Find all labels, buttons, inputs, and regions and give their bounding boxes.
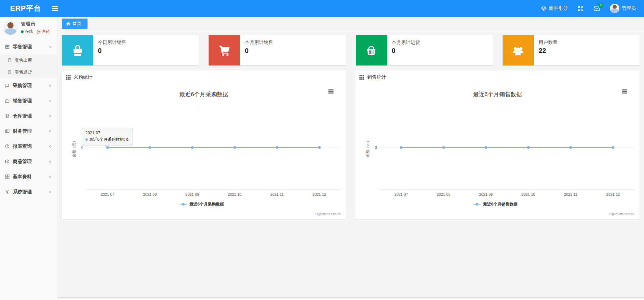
map-icon <box>5 129 10 134</box>
logout-label: 注销 <box>42 29 50 34</box>
sidebar-toggle-button[interactable] <box>50 3 60 13</box>
sidebar-item-reports[interactable]: 报表查询 <box>0 139 57 154</box>
svg-text:Highcharts.com.cn: Highcharts.com.cn <box>316 212 341 216</box>
svg-text:2021-10: 2021-10 <box>228 192 241 196</box>
sidebar-menu: 零售管理 零售出库 零售退货 <box>0 39 57 199</box>
purchase-chart[interactable]: 最近6个月采购数据金额（元）02021-072021-082021-092021… <box>62 83 346 219</box>
stat-cards-row: 今日累计销售 0 本月累计销售 0 <box>62 35 640 65</box>
shopping-bag-icon <box>62 35 93 65</box>
sidebar-item-sales[interactable]: 销售管理 <box>0 93 57 108</box>
sidebar-item-label: 基本资料 <box>13 174 32 180</box>
svg-text:2021-12: 2021-12 <box>313 192 326 196</box>
svg-text:金额（元）: 金额（元） <box>366 139 370 158</box>
th-grid-icon <box>359 75 364 80</box>
sidebar-item-system[interactable]: 系统管理 <box>0 184 57 199</box>
svg-text:2021-08: 2021-08 <box>437 192 450 196</box>
sidebar-item-label: 报表查询 <box>13 143 32 149</box>
fullscreen-button[interactable] <box>578 6 584 11</box>
chat-icon <box>5 83 10 88</box>
purchase-stats-panel: 采购统计 最近6个月采购数据金额（元）02021-072021-082021-0… <box>62 71 346 219</box>
message-count-badge: 0 <box>598 3 603 8</box>
layers-icon <box>5 113 10 118</box>
sidebar-item-basic-data[interactable]: 基本资料 <box>0 169 57 184</box>
svg-text:2021-09: 2021-09 <box>479 192 493 196</box>
file-icon <box>7 70 12 74</box>
sidebar-item-goods[interactable]: 商品管理 <box>0 154 57 169</box>
chevron-down-icon <box>48 45 52 49</box>
sidebar-item-warehouse[interactable]: 仓库管理 <box>0 108 57 124</box>
pie-chart-icon <box>5 144 10 149</box>
svg-text:0: 0 <box>375 145 377 149</box>
main-area: 今日累计销售 0 本月累计销售 0 <box>58 30 644 297</box>
briefcase-icon <box>5 98 10 103</box>
stat-card-label: 本月累计进货 <box>392 39 420 46</box>
sidebar-item-label: 财务管理 <box>13 128 32 134</box>
stat-card-value: 0 <box>392 47 420 55</box>
sidebar-user-name: 管理员 <box>21 21 50 27</box>
svg-text:最近6个月采购数据: 最近6个月采购数据 <box>179 91 228 98</box>
stat-card-value: 0 <box>245 47 273 55</box>
gift-icon <box>5 44 10 49</box>
stat-card-month-purchase: 本月累计进货 0 <box>356 35 493 65</box>
sales-chart[interactable]: 最近6个月销售数据金额（元）02021-072021-082021-092021… <box>355 83 640 219</box>
chevron-left-icon <box>48 175 52 179</box>
chevron-left-icon <box>48 190 52 194</box>
gem-icon <box>541 6 546 11</box>
guide-link[interactable]: 新手引导 <box>541 5 568 11</box>
sidebar-item-retail-return[interactable]: 零售退货 <box>0 66 57 78</box>
footer-strip <box>58 297 644 300</box>
sidebar-item-label: 系统管理 <box>13 189 32 195</box>
retail-submenu: 零售出库 零售退货 <box>0 54 57 78</box>
submenu-item-label: 零售退货 <box>15 69 32 75</box>
svg-text:2021-11: 2021-11 <box>564 192 577 196</box>
sidebar-item-retail[interactable]: 零售管理 <box>0 39 57 54</box>
panel-title: 采购统计 <box>74 74 92 80</box>
chevron-left-icon <box>48 129 52 133</box>
tab-home[interactable]: 首页 <box>62 19 87 29</box>
svg-text:最近6个月销售数据: 最近6个月销售数据 <box>483 202 517 207</box>
stat-card-today-sales: 今日累计销售 0 <box>62 35 199 65</box>
svg-text:最近6个月销售数据: 最近6个月销售数据 <box>473 91 522 98</box>
tooltip-header: 2021-07 <box>85 131 129 135</box>
sidebar-item-purchase[interactable]: 采购管理 <box>0 78 57 93</box>
guide-label: 新手引导 <box>549 5 568 11</box>
users-icon <box>503 35 534 65</box>
sales-stats-panel: 销售统计 最近6个月销售数据金额（元）02021-072021-082021-0… <box>355 71 640 219</box>
sidebar-item-finance[interactable]: 财务管理 <box>0 124 57 139</box>
brand-logo[interactable]: ERP平台 <box>0 3 50 13</box>
stat-card-value: 0 <box>98 47 126 55</box>
tab-home-label: 首页 <box>73 21 81 27</box>
stat-card-month-sales: 本月累计销售 0 <box>209 35 346 65</box>
sidebar-avatar <box>3 21 18 35</box>
sidebar-item-retail-outbound[interactable]: 零售出库 <box>0 54 57 66</box>
tooltip-series-label: 最近6个月采购数据: <box>89 137 125 142</box>
sidebar-user-panel: 管理员 在线 注销 <box>0 17 57 39</box>
chevron-left-icon <box>48 114 52 118</box>
grid-icon <box>5 174 10 179</box>
chart-tooltip: 2021-07 最近6个月采购数据: 0 <box>82 128 132 145</box>
logout-link[interactable]: 注销 <box>36 29 50 34</box>
home-icon <box>66 22 71 26</box>
file-icon <box>7 58 12 62</box>
submenu-item-label: 零售出库 <box>15 57 32 63</box>
svg-text:2021-07: 2021-07 <box>101 192 114 196</box>
svg-text:0: 0 <box>81 145 83 149</box>
messages-button[interactable]: 0 <box>594 6 600 11</box>
basket-icon <box>356 35 387 65</box>
series-marker-dot <box>85 138 88 141</box>
svg-text:2021-09: 2021-09 <box>186 192 199 196</box>
svg-text:2021-08: 2021-08 <box>143 192 157 196</box>
th-grid-icon <box>66 75 71 80</box>
top-navbar: ERP平台 新手引导 0 <box>0 0 644 17</box>
svg-text:金额（元）: 金额（元） <box>72 139 76 158</box>
hamburger-icon <box>52 6 58 11</box>
avatar <box>610 4 619 13</box>
fullscreen-arrows-icon <box>578 6 584 11</box>
sidebar-item-label: 采购管理 <box>13 83 32 89</box>
tab-bar: 首页 <box>58 17 644 30</box>
chevron-left-icon <box>48 84 52 88</box>
svg-text:最近6个月采购数据: 最近6个月采购数据 <box>189 202 224 207</box>
svg-text:2021-07: 2021-07 <box>395 192 408 196</box>
online-status-label: 在线 <box>25 29 33 34</box>
user-menu[interactable]: 管理员 <box>610 4 636 13</box>
